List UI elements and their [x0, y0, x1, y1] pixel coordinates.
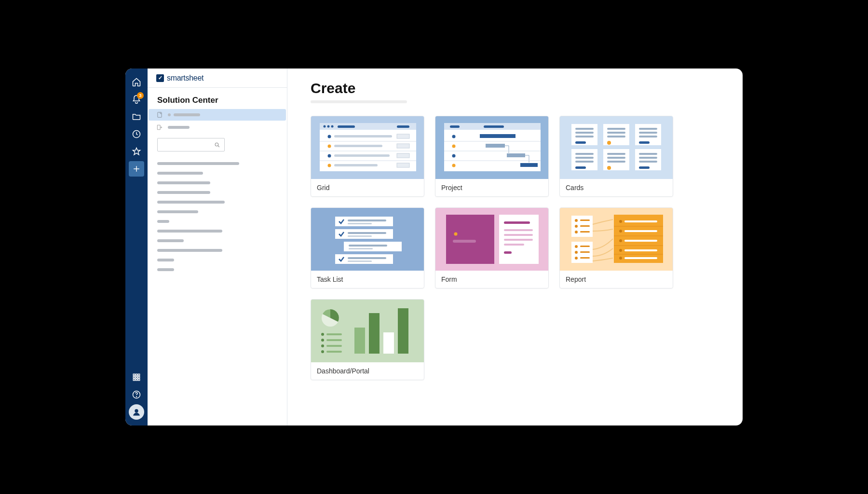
create-card-form[interactable]: Form	[435, 207, 549, 288]
svg-point-115	[575, 219, 578, 222]
create-button[interactable]	[129, 161, 144, 177]
svg-rect-32	[334, 154, 390, 157]
list-item[interactable]	[157, 191, 210, 194]
svg-rect-86	[639, 157, 657, 159]
svg-rect-67	[607, 136, 625, 137]
svg-rect-29	[397, 144, 409, 148]
account-avatar[interactable]	[129, 404, 144, 420]
svg-rect-42	[484, 125, 504, 128]
grid-preview-icon	[311, 116, 424, 179]
title-underline	[311, 100, 407, 103]
sidebar-item-import[interactable]	[149, 122, 286, 133]
list-item[interactable]	[157, 249, 222, 252]
create-card-report[interactable]: Report	[559, 207, 673, 288]
svg-point-31	[328, 154, 331, 158]
svg-rect-147	[326, 339, 342, 341]
page-title: Create	[311, 80, 719, 96]
favorites-icon[interactable]	[129, 144, 144, 159]
brand-name: smartsheet	[167, 74, 203, 82]
svg-rect-47	[486, 144, 505, 148]
svg-point-12	[135, 410, 138, 412]
create-card-project[interactable]: Project	[435, 116, 549, 197]
folder-icon[interactable]	[129, 109, 144, 124]
card-label: Report	[560, 271, 673, 288]
app-frame: 3 smartsheet Solution Cente	[125, 69, 743, 425]
svg-point-146	[321, 339, 324, 342]
svg-point-144	[321, 333, 324, 336]
svg-rect-125	[580, 251, 590, 253]
svg-rect-87	[639, 161, 657, 163]
main-content: Create	[287, 69, 743, 425]
create-card-dashboard[interactable]: Dashboard/Portal	[311, 299, 424, 380]
svg-rect-25	[397, 134, 409, 138]
svg-rect-7	[133, 379, 135, 380]
list-item[interactable]	[157, 220, 169, 223]
list-item[interactable]	[157, 259, 174, 261]
sheet-icon	[156, 111, 163, 118]
svg-rect-77	[575, 161, 594, 163]
cards-preview-icon	[560, 116, 673, 179]
create-card-task-list[interactable]: Task List	[311, 207, 424, 288]
svg-rect-101	[348, 261, 372, 262]
svg-rect-6	[138, 376, 139, 378]
svg-point-131	[619, 230, 622, 233]
import-icon	[156, 124, 163, 131]
list-item[interactable]	[157, 172, 203, 175]
list-item[interactable]	[157, 181, 210, 184]
svg-point-133	[619, 239, 622, 242]
recents-icon[interactable]	[129, 126, 144, 142]
list-item[interactable]	[157, 201, 225, 204]
svg-point-35	[328, 164, 331, 167]
card-label: Cards	[560, 179, 673, 196]
sidebar-title: Solution Center	[157, 96, 277, 105]
brand: smartsheet	[148, 69, 287, 88]
create-cards-grid: Grid Project	[311, 116, 719, 380]
svg-rect-109	[504, 234, 533, 236]
svg-rect-118	[580, 225, 590, 227]
svg-rect-112	[504, 251, 512, 254]
home-icon[interactable]	[129, 74, 144, 90]
sidebar-item-create[interactable]	[149, 109, 286, 121]
svg-rect-80	[607, 153, 625, 155]
report-preview-icon	[560, 208, 673, 271]
dashboard-preview-icon	[311, 300, 424, 362]
svg-point-129	[619, 220, 622, 223]
help-icon[interactable]	[129, 387, 144, 402]
search-input[interactable]	[157, 138, 225, 151]
list-item[interactable]	[157, 210, 198, 213]
apps-icon[interactable]	[129, 370, 144, 385]
create-card-grid[interactable]: Grid	[311, 116, 424, 197]
svg-rect-110	[504, 239, 533, 241]
list-item[interactable]	[157, 230, 222, 233]
svg-rect-64	[603, 124, 629, 145]
svg-rect-65	[607, 128, 625, 130]
svg-rect-97	[349, 245, 387, 247]
svg-point-14	[215, 143, 218, 146]
svg-point-46	[452, 145, 456, 148]
svg-rect-73	[639, 141, 650, 144]
svg-rect-76	[575, 157, 594, 159]
svg-rect-79	[603, 149, 629, 170]
svg-rect-107	[504, 221, 530, 224]
svg-rect-75	[575, 153, 594, 155]
list-item[interactable]	[157, 162, 239, 165]
svg-rect-91	[348, 220, 386, 221]
svg-rect-3	[138, 374, 139, 375]
svg-rect-57	[520, 163, 538, 167]
create-card-cards[interactable]: Cards	[559, 116, 673, 197]
svg-point-117	[575, 225, 578, 228]
project-preview-icon	[435, 116, 549, 179]
list-item[interactable]	[157, 239, 184, 242]
search-icon	[214, 142, 220, 148]
svg-rect-151	[326, 351, 342, 353]
svg-rect-81	[607, 157, 625, 159]
notifications-icon[interactable]: 3	[129, 92, 144, 107]
svg-point-104	[454, 233, 458, 236]
svg-point-19	[327, 125, 330, 128]
svg-point-68	[607, 141, 611, 145]
svg-point-135	[619, 249, 622, 252]
svg-rect-63	[575, 141, 586, 144]
list-item[interactable]	[157, 268, 174, 271]
svg-rect-111	[504, 244, 524, 246]
svg-rect-36	[334, 164, 378, 166]
